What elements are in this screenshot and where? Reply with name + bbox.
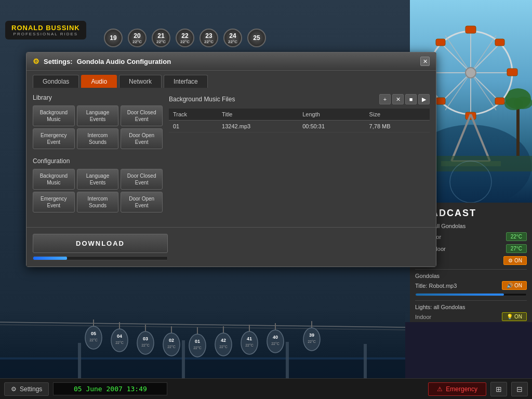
svg-text:22°C: 22°C: [245, 343, 254, 347]
gondola-indicator[interactable]: 19: [104, 29, 123, 47]
temp-indoor-value: 22°C: [506, 232, 527, 241]
indoor-light-btn[interactable]: 💡 ON: [502, 312, 527, 321]
svg-text:41: 41: [247, 336, 252, 341]
tab-interface[interactable]: Interface: [164, 75, 208, 88]
col-size: Size: [365, 109, 430, 121]
download-section: DOWNLOAD: [26, 227, 436, 267]
emergency-button[interactable]: ⚠ Emergency: [428, 382, 486, 396]
svg-point-48: [163, 333, 180, 356]
col-track: Track: [169, 109, 218, 121]
gondola-indicator[interactable]: 21 22°C: [152, 29, 170, 47]
stop-button[interactable]: ■: [405, 94, 417, 104]
svg-rect-72: [0, 357, 405, 360]
svg-text:05: 05: [91, 331, 96, 336]
screen-action-btn-1[interactable]: ⊞: [490, 382, 507, 396]
svg-point-9: [514, 97, 532, 109]
mp3-progress-fill: [416, 294, 504, 296]
cfg-btn-intercom-sounds[interactable]: IntercomSounds: [77, 192, 119, 212]
table-row[interactable]: 01 13242.mp3 00:50:31 7,78 MB: [169, 121, 430, 132]
svg-text:22°C: 22°C: [141, 343, 150, 347]
rb-logo-name: RONALD BUSSINK: [11, 24, 80, 32]
rb-logo-sub: PROFESSIONAL RIDES: [14, 32, 78, 36]
cfg-btn-language-events[interactable]: LanguageEvents: [77, 169, 119, 190]
cfg-btn-emergency-event[interactable]: EmergencyEvent: [33, 192, 75, 212]
svg-text:22°C: 22°C: [89, 338, 98, 342]
cfg-btn-background-music[interactable]: BackgroundMusic: [33, 169, 75, 190]
svg-point-17: [466, 68, 476, 78]
cfg-btn-door-closed-event[interactable]: Door ClosedEvent: [121, 169, 163, 190]
lib-btn-language-events[interactable]: LanguageEvents: [77, 105, 119, 126]
svg-text:40: 40: [273, 335, 278, 340]
file-toolbar: + ✕ ■ ▶: [379, 94, 430, 104]
svg-point-60: [241, 331, 258, 354]
svg-text:22°C: 22°C: [271, 342, 280, 345]
svg-rect-18: [466, 26, 476, 33]
svg-rect-76: [364, 344, 367, 378]
svg-rect-30: [441, 161, 501, 166]
library-label: Library: [33, 94, 163, 101]
svg-text:22°C: 22°C: [167, 345, 176, 349]
tabs-row: Gondolas Audio Network Interface: [26, 71, 436, 88]
play-button[interactable]: ▶: [418, 94, 430, 104]
dialog-content: Library BackgroundMusic LanguageEvents D…: [26, 88, 436, 227]
gondola-indicator[interactable]: 20 22°C: [128, 29, 147, 47]
settings-gear-icon: ⚙: [11, 385, 17, 393]
dialog-title: Settings:: [44, 58, 73, 65]
svg-rect-23: [495, 39, 504, 46]
lights-title: Lights: all Gondolas: [415, 304, 527, 310]
svg-rect-24: [436, 98, 445, 104]
remove-file-button[interactable]: ✕: [392, 94, 404, 104]
mp3-progress-container: [415, 293, 527, 296]
lib-btn-background-music[interactable]: BackgroundMusic: [33, 105, 75, 126]
svg-point-64: [267, 330, 284, 353]
svg-point-36: [85, 326, 102, 349]
gondola-indicator[interactable]: 25: [247, 29, 266, 47]
download-button[interactable]: DOWNLOAD: [33, 234, 168, 253]
indoor-light-label: Indoor: [415, 314, 431, 320]
svg-rect-75: [286, 342, 289, 378]
svg-text:04: 04: [117, 334, 122, 339]
left-pane: Library BackgroundMusic LanguageEvents D…: [33, 94, 163, 221]
svg-text:22°C: 22°C: [193, 346, 202, 350]
file-table: Track Title Length Size 01 13242.mp3 00:…: [169, 109, 430, 132]
dialog-subtitle: Gondola Audio Configuration: [77, 58, 171, 65]
lib-btn-door-closed-event[interactable]: Door ClosedEvent: [121, 105, 163, 126]
file-scroll-area[interactable]: Track Title Length Size 01 13242.mp3 00:…: [169, 109, 430, 132]
gondola-indicator[interactable]: 22 22°C: [176, 29, 194, 47]
mp3-title: Title: Robot.mp3: [415, 283, 457, 289]
gear-icon: ⚙: [33, 57, 39, 65]
lib-btn-intercom-sounds[interactable]: IntercomSounds: [77, 128, 119, 149]
col-length: Length: [298, 109, 365, 121]
svg-point-40: [111, 329, 128, 352]
lib-btn-door-open-event[interactable]: Door OpenEvent: [121, 128, 163, 149]
screen-action-btn-2[interactable]: ⊟: [511, 382, 528, 396]
close-button[interactable]: ✕: [420, 57, 430, 66]
gondola-indicator[interactable]: 24 22°C: [223, 29, 242, 47]
tab-gondolas[interactable]: Gondolas: [33, 75, 79, 88]
row-size: 7,78 MB: [365, 121, 430, 132]
tab-audio[interactable]: Audio: [81, 75, 117, 88]
tab-network[interactable]: Network: [119, 75, 162, 88]
svg-rect-21: [507, 69, 517, 76]
lib-btn-emergency-event[interactable]: EmergencyEvent: [33, 128, 75, 149]
configuration-label: Configuration: [33, 157, 163, 165]
add-file-button[interactable]: +: [379, 94, 391, 104]
gondola-indicator[interactable]: 23 22°C: [200, 29, 218, 47]
svg-text:22°C: 22°C: [115, 341, 124, 344]
emergency-label: Emergency: [446, 385, 477, 393]
status-bar: ⚙ Settings 05 June 2007 13:49 ⚠ Emergenc…: [0, 378, 532, 399]
gondola-top-row: 19 20 22°C 21 22°C 22 22°C 23 22°C 24 22…: [104, 29, 266, 47]
row-length: 00:50:31: [298, 121, 365, 132]
col-title: Title: [218, 109, 298, 121]
svg-point-68: [303, 328, 320, 351]
svg-rect-74: [182, 340, 185, 378]
cfg-btn-door-open-event[interactable]: Door OpenEvent: [121, 192, 163, 212]
gondolas-section-label: Gondolas: [415, 269, 527, 279]
mp3-on-btn[interactable]: 🔊 ON: [502, 281, 527, 290]
svg-text:22°C: 22°C: [308, 340, 316, 343]
emergency-icon: ⚠: [437, 385, 443, 393]
dialog-titlebar: ⚙ Settings: Gondola Audio Configuration …: [26, 52, 436, 71]
settings-button[interactable]: ⚙ Settings: [4, 382, 49, 396]
download-progress-container: [33, 256, 168, 260]
conditioner-on-btn[interactable]: ⚙ ON: [503, 256, 527, 265]
